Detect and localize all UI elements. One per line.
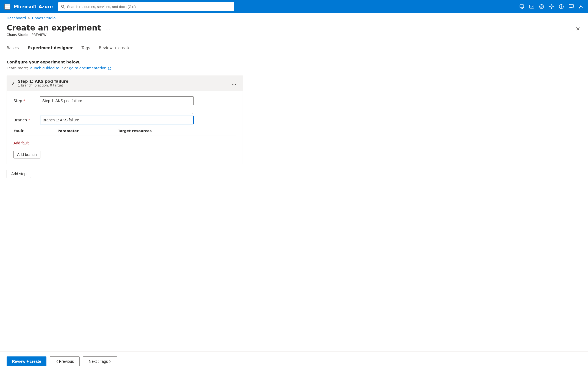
fault-col-target: Target resources [118,129,236,133]
step-header-left: ∧ Step 1: AKS pod failure 1 branch, 0 ac… [11,79,68,87]
step-body: Step * ... Branch * [7,91,243,164]
next-tags-button[interactable]: Next : Tags > [83,356,117,366]
account-icon[interactable] [579,4,584,9]
settings-icon[interactable] [549,4,554,9]
step-title: Step 1: AKS pod failure [18,79,68,83]
notifications-icon[interactable] [519,4,524,9]
step-menu-button[interactable]: ... [230,80,238,87]
svg-rect-5 [520,5,524,8]
svg-rect-2 [5,8,10,9]
search-input[interactable] [67,5,231,9]
svg-point-8 [541,5,542,7]
step-container: ∧ Step 1: AKS pod failure 1 branch, 0 ac… [7,76,243,164]
tab-tags[interactable]: Tags [77,43,95,53]
feedback-icon[interactable] [569,4,574,9]
tab-review-create[interactable]: Review + create [95,43,135,53]
breadcrumb-sep-1: > [28,16,30,20]
topbar: Microsoft Azure ? [0,0,588,13]
review-create-button[interactable]: Review + create [7,356,46,366]
svg-point-3 [62,5,64,8]
guided-tour-link[interactable]: launch guided tour [29,66,63,70]
page-ellipsis-button[interactable]: ... [104,24,112,32]
main-content: Configure your experiment below. Learn m… [0,53,588,178]
svg-rect-6 [529,5,534,8]
step-collapse-button[interactable]: ∧ [11,80,15,86]
search-bar[interactable] [58,2,234,11]
page-header: Create an experiment ... Chaos Studio | … [0,21,588,37]
add-branch-button[interactable]: Add branch [13,151,40,158]
close-button[interactable]: ✕ [575,24,581,33]
hamburger-menu[interactable] [4,4,10,10]
page-title-area: Create an experiment ... Chaos Studio | … [7,23,112,37]
svg-rect-1 [5,6,10,7]
svg-text:?: ? [561,5,562,9]
svg-point-13 [580,5,582,7]
svg-rect-12 [569,4,573,8]
step-form-row: Step * [13,96,236,105]
breadcrumb: Dashboard > Chaos Studio [0,13,588,21]
step-label: Step * [13,99,35,103]
external-link-icon [108,67,111,70]
svg-line-4 [64,7,65,8]
bottom-bar: Review + create < Previous Next : Tags > [0,351,588,371]
step-meta: 1 branch, 0 action, 0 target [18,83,68,87]
page-subtitle: Chaos Studio | PREVIEW [7,33,112,37]
branch-ellipsis-button[interactable]: ... [190,110,195,115]
step-required-star: * [23,99,25,103]
previous-button[interactable]: < Previous [50,356,80,366]
fault-col-fault: Fault [13,129,57,133]
step-title-area: Step 1: AKS pod failure 1 branch, 0 acti… [18,79,68,87]
breadcrumb-chaos-studio[interactable]: Chaos Studio [32,16,56,20]
branch-required-star: * [28,118,30,122]
step-name-input[interactable] [40,96,194,105]
page-title: Create an experiment ... [7,23,112,32]
fault-table-header: Fault Parameter Target resources [13,129,236,135]
learn-more-section: Learn more; launch guided tour or go to … [7,66,581,70]
branch-label: Branch * [13,118,35,122]
svg-rect-0 [5,5,10,5]
tabs-container: Basics Experiment designer Tags Review +… [0,39,588,53]
tab-basics[interactable]: Basics [7,43,23,53]
branch-name-input[interactable] [40,116,194,124]
fault-table: Fault Parameter Target resources [13,129,236,135]
svg-point-9 [551,6,552,7]
topbar-actions: ? [519,4,584,9]
search-icon [61,5,65,9]
help-icon[interactable]: ? [559,4,564,9]
cloud-shell-icon[interactable] [529,4,534,9]
directory-icon[interactable] [539,4,544,9]
add-fault-button[interactable]: Add fault [13,141,29,145]
fault-col-parameter: Parameter [57,129,118,133]
breadcrumb-dashboard[interactable]: Dashboard [7,16,26,20]
step-header: ∧ Step 1: AKS pod failure 1 branch, 0 ac… [7,76,243,91]
add-step-button[interactable]: Add step [7,170,31,178]
brand-name: Microsoft Azure [14,4,53,9]
configure-text: Configure your experiment below. [7,60,581,64]
tab-experiment-designer[interactable]: Experiment designer [23,43,77,53]
branch-form-row: Branch * [13,116,236,124]
docs-link[interactable]: go to documentation [69,66,111,70]
